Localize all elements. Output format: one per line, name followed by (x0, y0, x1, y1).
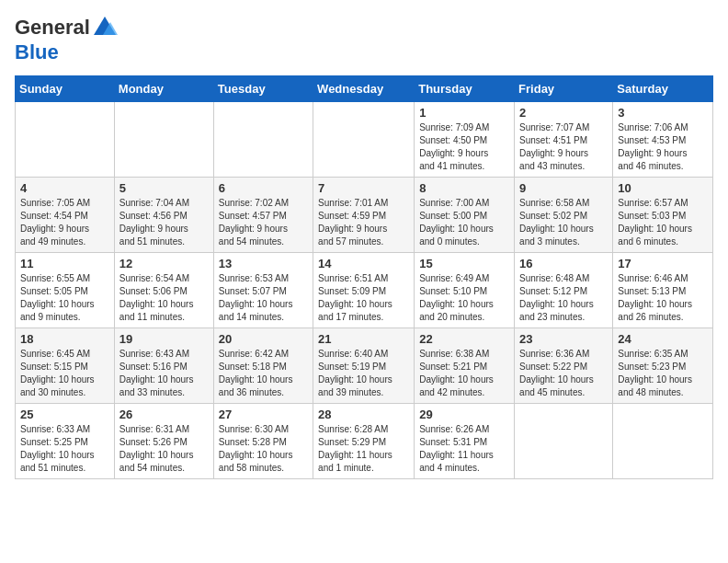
calendar-cell (515, 404, 613, 479)
day-info: Sunrise: 6:42 AM Sunset: 5:18 PM Dayligh… (219, 348, 308, 399)
calendar-week-row: 11Sunrise: 6:55 AM Sunset: 5:05 PM Dayli… (16, 253, 713, 328)
day-number: 27 (219, 408, 308, 421)
day-info: Sunrise: 6:33 AM Sunset: 5:25 PM Dayligh… (20, 423, 109, 475)
calendar-cell: 13Sunrise: 6:53 AM Sunset: 5:07 PM Dayli… (213, 253, 313, 328)
calendar-week-row: 1Sunrise: 7:09 AM Sunset: 4:50 PM Daylig… (16, 102, 713, 178)
calendar-cell: 12Sunrise: 6:54 AM Sunset: 5:06 PM Dayli… (114, 253, 213, 328)
day-info: Sunrise: 6:30 AM Sunset: 5:28 PM Dayligh… (219, 423, 308, 475)
day-number: 16 (519, 257, 608, 270)
day-info: Sunrise: 6:53 AM Sunset: 5:07 PM Dayligh… (219, 272, 308, 324)
calendar-cell: 2Sunrise: 7:07 AM Sunset: 4:51 PM Daylig… (515, 102, 613, 178)
day-info: Sunrise: 7:01 AM Sunset: 4:59 PM Dayligh… (318, 197, 409, 248)
calendar-week-row: 4Sunrise: 7:05 AM Sunset: 4:54 PM Daylig… (16, 178, 713, 253)
weekday-header-saturday: Saturday (613, 76, 713, 102)
day-number: 7 (318, 181, 409, 195)
day-info: Sunrise: 6:38 AM Sunset: 5:21 PM Dayligh… (419, 348, 509, 399)
day-info: Sunrise: 6:36 AM Sunset: 5:22 PM Dayligh… (519, 348, 608, 399)
calendar-cell: 11Sunrise: 6:55 AM Sunset: 5:05 PM Dayli… (16, 253, 115, 328)
day-info: Sunrise: 6:28 AM Sunset: 5:29 PM Dayligh… (318, 423, 409, 475)
day-number: 11 (20, 257, 109, 270)
day-number: 18 (20, 332, 109, 346)
day-number: 1 (419, 106, 509, 120)
calendar-cell: 26Sunrise: 6:31 AM Sunset: 5:26 PM Dayli… (114, 404, 213, 479)
weekday-header-monday: Monday (114, 76, 213, 102)
day-info: Sunrise: 7:00 AM Sunset: 5:00 PM Dayligh… (419, 197, 509, 248)
day-info: Sunrise: 6:43 AM Sunset: 5:16 PM Dayligh… (119, 348, 209, 399)
day-info: Sunrise: 7:05 AM Sunset: 4:54 PM Dayligh… (20, 197, 109, 248)
day-info: Sunrise: 6:45 AM Sunset: 5:15 PM Dayligh… (20, 348, 109, 399)
day-number: 15 (419, 257, 509, 270)
logo-icon (92, 15, 118, 40)
day-number: 5 (119, 181, 209, 195)
calendar-cell: 25Sunrise: 6:33 AM Sunset: 5:25 PM Dayli… (16, 404, 115, 479)
weekday-header-thursday: Thursday (415, 76, 515, 102)
calendar-cell: 19Sunrise: 6:43 AM Sunset: 5:16 PM Dayli… (114, 328, 213, 404)
calendar-table: SundayMondayTuesdayWednesdayThursdayFrid… (15, 75, 713, 479)
calendar-cell: 22Sunrise: 6:38 AM Sunset: 5:21 PM Dayli… (415, 328, 515, 404)
day-number: 17 (618, 257, 708, 270)
day-info: Sunrise: 6:35 AM Sunset: 5:23 PM Dayligh… (618, 348, 708, 399)
day-number: 8 (419, 181, 509, 195)
day-info: Sunrise: 7:06 AM Sunset: 4:53 PM Dayligh… (618, 121, 708, 173)
day-info: Sunrise: 6:26 AM Sunset: 5:31 PM Dayligh… (419, 423, 509, 475)
day-number: 14 (318, 257, 409, 270)
day-info: Sunrise: 6:58 AM Sunset: 5:02 PM Dayligh… (519, 197, 608, 248)
logo: General Blue (15, 15, 118, 64)
calendar-cell: 5Sunrise: 7:04 AM Sunset: 4:56 PM Daylig… (114, 178, 213, 253)
calendar-cell: 6Sunrise: 7:02 AM Sunset: 4:57 PM Daylig… (213, 178, 313, 253)
day-info: Sunrise: 7:02 AM Sunset: 4:57 PM Dayligh… (219, 197, 308, 248)
day-number: 3 (618, 106, 708, 120)
day-number: 21 (318, 332, 409, 346)
day-number: 26 (119, 408, 209, 421)
day-number: 6 (219, 181, 308, 195)
weekday-header-wednesday: Wednesday (313, 76, 415, 102)
calendar-cell (313, 102, 415, 178)
calendar-cell: 18Sunrise: 6:45 AM Sunset: 5:15 PM Dayli… (16, 328, 115, 404)
calendar-cell: 3Sunrise: 7:06 AM Sunset: 4:53 PM Daylig… (613, 102, 713, 178)
day-info: Sunrise: 7:07 AM Sunset: 4:51 PM Dayligh… (519, 121, 608, 173)
calendar-cell: 10Sunrise: 6:57 AM Sunset: 5:03 PM Dayli… (613, 178, 713, 253)
weekday-header-friday: Friday (515, 76, 613, 102)
day-info: Sunrise: 7:04 AM Sunset: 4:56 PM Dayligh… (119, 197, 209, 248)
day-info: Sunrise: 6:55 AM Sunset: 5:05 PM Dayligh… (20, 272, 109, 324)
day-number: 13 (219, 257, 308, 270)
day-number: 19 (119, 332, 209, 346)
calendar-cell: 17Sunrise: 6:46 AM Sunset: 5:13 PM Dayli… (613, 253, 713, 328)
calendar-week-row: 25Sunrise: 6:33 AM Sunset: 5:25 PM Dayli… (16, 404, 713, 479)
calendar-cell: 7Sunrise: 7:01 AM Sunset: 4:59 PM Daylig… (313, 178, 415, 253)
logo-blue-text: Blue (15, 40, 118, 64)
calendar-cell: 23Sunrise: 6:36 AM Sunset: 5:22 PM Dayli… (515, 328, 613, 404)
day-number: 22 (419, 332, 509, 346)
day-info: Sunrise: 6:49 AM Sunset: 5:10 PM Dayligh… (419, 272, 509, 324)
day-number: 12 (119, 257, 209, 270)
calendar-cell: 27Sunrise: 6:30 AM Sunset: 5:28 PM Dayli… (213, 404, 313, 479)
day-number: 20 (219, 332, 308, 346)
day-info: Sunrise: 6:54 AM Sunset: 5:06 PM Dayligh… (119, 272, 209, 324)
day-info: Sunrise: 6:46 AM Sunset: 5:13 PM Dayligh… (618, 272, 708, 324)
calendar-cell (114, 102, 213, 178)
day-number: 29 (419, 408, 509, 421)
calendar-cell (213, 102, 313, 178)
calendar-cell: 16Sunrise: 6:48 AM Sunset: 5:12 PM Dayli… (515, 253, 613, 328)
calendar-cell: 4Sunrise: 7:05 AM Sunset: 4:54 PM Daylig… (16, 178, 115, 253)
day-info: Sunrise: 6:40 AM Sunset: 5:19 PM Dayligh… (318, 348, 409, 399)
calendar-cell: 28Sunrise: 6:28 AM Sunset: 5:29 PM Dayli… (313, 404, 415, 479)
day-number: 24 (618, 332, 708, 346)
weekday-header-tuesday: Tuesday (213, 76, 313, 102)
logo-general-text: General (15, 16, 90, 40)
calendar-cell (613, 404, 713, 479)
calendar-cell: 29Sunrise: 6:26 AM Sunset: 5:31 PM Dayli… (415, 404, 515, 479)
day-info: Sunrise: 6:51 AM Sunset: 5:09 PM Dayligh… (318, 272, 409, 324)
weekday-header-row: SundayMondayTuesdayWednesdayThursdayFrid… (16, 76, 713, 102)
day-info: Sunrise: 6:57 AM Sunset: 5:03 PM Dayligh… (618, 197, 708, 248)
calendar-cell: 21Sunrise: 6:40 AM Sunset: 5:19 PM Dayli… (313, 328, 415, 404)
day-number: 9 (519, 181, 608, 195)
day-number: 2 (519, 106, 608, 120)
calendar-cell: 15Sunrise: 6:49 AM Sunset: 5:10 PM Dayli… (415, 253, 515, 328)
calendar-cell: 14Sunrise: 6:51 AM Sunset: 5:09 PM Dayli… (313, 253, 415, 328)
calendar-cell (16, 102, 115, 178)
calendar-cell: 24Sunrise: 6:35 AM Sunset: 5:23 PM Dayli… (613, 328, 713, 404)
day-number: 10 (618, 181, 708, 195)
day-number: 28 (318, 408, 409, 421)
calendar-cell: 9Sunrise: 6:58 AM Sunset: 5:02 PM Daylig… (515, 178, 613, 253)
